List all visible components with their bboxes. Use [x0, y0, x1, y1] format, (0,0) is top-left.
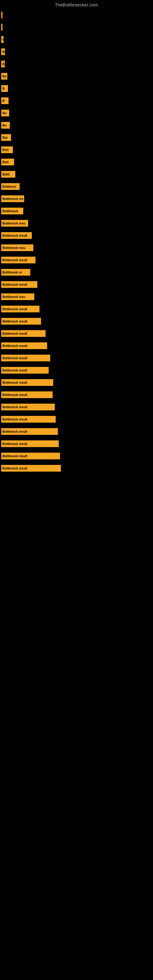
- bar-label: Bottleneck resu: [2, 222, 26, 225]
- bar: Bottleneck result: [1, 441, 59, 447]
- bar-label: Bottleneck result: [2, 234, 27, 237]
- bar-label: Bot: [2, 136, 8, 139]
- bar-row: Bottlenec: [0, 183, 153, 190]
- bar-label: Bo: [2, 75, 6, 78]
- bar-row: Bottleneck result: [0, 232, 153, 239]
- bar: Bottleneck result: [1, 330, 46, 337]
- bar-label: Bottleneck result: [2, 442, 27, 445]
- bar-row: Bottl: [0, 171, 153, 178]
- bar: Bottleneck result: [1, 453, 60, 460]
- bar-label: Bottleneck res: [2, 197, 24, 200]
- bar-row: Bottleneck result: [0, 281, 153, 288]
- bar: Bottleneck result: [1, 428, 58, 435]
- bar-row: Bottleneck resu: [0, 293, 153, 300]
- bar-label: Bottleneck result: [2, 381, 27, 384]
- bar: Bottleneck result: [1, 416, 56, 423]
- bar-label: Bottleneck resu: [2, 295, 26, 299]
- bar-label: B: [2, 87, 5, 90]
- bar: Bottl: [1, 171, 15, 178]
- bar-label: Bottleneck: [2, 210, 18, 213]
- bar-label: B: [2, 38, 4, 41]
- bar-label: Bottleneck result: [2, 344, 27, 348]
- bar-row: Bott: [0, 159, 153, 165]
- bar: B: [1, 36, 4, 43]
- bar: Bo: [1, 73, 7, 80]
- bar: B: [1, 85, 8, 92]
- bar-row: [0, 24, 153, 30]
- bar-label: Bottleneck resu: [2, 246, 26, 250]
- bar-row: B: [0, 60, 153, 67]
- bar-row: Bo: [0, 122, 153, 129]
- bar: Bottleneck result: [1, 465, 61, 472]
- bar-row: Bottleneck: [0, 208, 153, 215]
- bar-row: [0, 12, 153, 18]
- bar-label: Bottleneck result: [2, 467, 27, 470]
- bar-row: Bottleneck result: [0, 318, 153, 325]
- bar: Bottleneck result: [1, 379, 53, 386]
- bar-row: Bottleneck re: [0, 269, 153, 275]
- bar-row: B: [0, 97, 153, 104]
- bar: Bottleneck resu: [1, 293, 34, 300]
- site-title: TheBottlenecker.com: [0, 0, 153, 9]
- bar: Bottleneck: [1, 208, 23, 215]
- bar-row: Bottleneck resu: [0, 244, 153, 251]
- bar-row: Bottleneck result: [0, 416, 153, 423]
- bar-row: Bo: [0, 110, 153, 116]
- bar-label: Bottl: [2, 173, 10, 176]
- bar-label: Bott: [2, 161, 9, 164]
- bar-label: Bottleneck result: [2, 283, 27, 286]
- bar: Bo: [1, 110, 9, 116]
- bar: Bottleneck result: [1, 355, 50, 361]
- bar-label: Bottleneck result: [2, 393, 27, 396]
- bar: Bottleneck resu: [1, 220, 28, 227]
- bar: Bottleneck resu: [1, 244, 33, 251]
- bar-row: Bo: [0, 73, 153, 80]
- bar-label: Bottleneck result: [2, 455, 27, 458]
- bar-row: Bottleneck result: [0, 367, 153, 374]
- bar: Bottleneck res: [1, 196, 24, 202]
- bar: Bottleneck result: [1, 281, 37, 288]
- bar-label: Bottleneck result: [2, 320, 27, 323]
- bar: B: [1, 48, 5, 55]
- bar: Bott: [1, 146, 13, 153]
- bar-label: Bottleneck result: [2, 430, 27, 433]
- bar: Bottleneck result: [1, 391, 53, 398]
- bar: Bo: [1, 122, 10, 129]
- bar: [1, 24, 2, 30]
- bar-label: Bott: [2, 148, 9, 151]
- bar-label: Bottleneck re: [2, 271, 22, 274]
- bar-row: Bottleneck result: [0, 305, 153, 312]
- bar-row: Bottleneck result: [0, 355, 153, 361]
- bar-label: Bottleneck result: [2, 356, 27, 360]
- bar-row: Bottleneck result: [0, 404, 153, 410]
- bar: Bot: [1, 134, 11, 141]
- bar-label: Bottleneck result: [2, 418, 27, 421]
- bar-label: Bottleneck result: [2, 332, 27, 335]
- bar-row: Bottleneck result: [0, 342, 153, 349]
- bar: Bottleneck re: [1, 269, 30, 275]
- bar-label: B: [2, 62, 5, 66]
- bar-label: Bottleneck result: [2, 406, 27, 409]
- bar-label: Bo: [2, 124, 6, 127]
- bar: Bottleneck result: [1, 342, 47, 349]
- bar-label: Bo: [2, 111, 6, 115]
- bar-label: Bottlenec: [2, 185, 16, 188]
- bar-row: Bottleneck result: [0, 330, 153, 337]
- bar-row: B: [0, 85, 153, 92]
- bar: Bottleneck result: [1, 232, 32, 239]
- bars-container: BBBBoBBBoBoBotBottBottBottlBottlenecBott…: [0, 9, 153, 480]
- bar-row: Bottleneck resu: [0, 220, 153, 227]
- bar: Bottleneck result: [1, 367, 49, 374]
- bar: B: [1, 60, 5, 67]
- bar-row: Bot: [0, 134, 153, 141]
- bar-row: Bott: [0, 146, 153, 153]
- bar-label: Bottleneck result: [2, 369, 27, 372]
- bar-row: Bottleneck result: [0, 441, 153, 447]
- bar-label: B: [2, 99, 5, 103]
- bar: Bottleneck result: [1, 318, 41, 325]
- bar-label: Bottleneck result: [2, 258, 27, 262]
- bar-label: B: [2, 50, 5, 54]
- bar-row: B: [0, 36, 153, 43]
- bar-row: Bottleneck result: [0, 453, 153, 460]
- bar-row: Bottleneck res: [0, 196, 153, 202]
